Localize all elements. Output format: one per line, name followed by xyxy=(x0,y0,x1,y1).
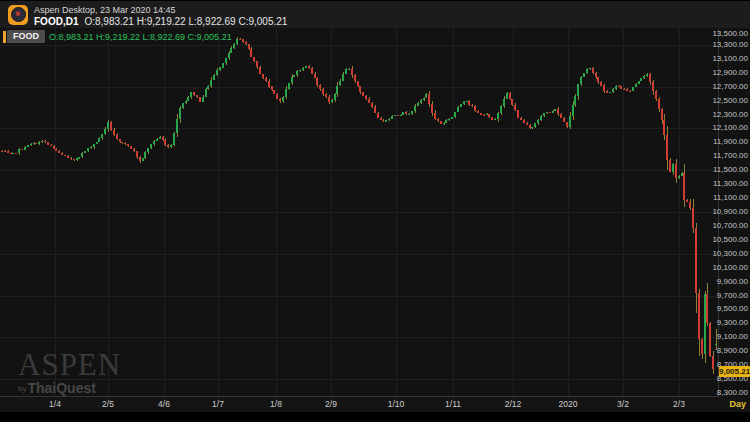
candle-body xyxy=(471,105,473,107)
candle-body xyxy=(638,81,640,84)
candle-body xyxy=(661,109,663,120)
candle-body xyxy=(142,158,144,161)
candle-body xyxy=(474,106,476,111)
candle-body xyxy=(686,200,688,201)
candle-body xyxy=(113,130,115,135)
candle-body xyxy=(210,80,212,86)
candle-body xyxy=(250,49,252,57)
candle-body xyxy=(394,115,396,116)
candle-body xyxy=(104,129,106,134)
candle-body xyxy=(448,119,450,120)
candle-body xyxy=(33,143,35,144)
candle-body xyxy=(466,101,468,102)
candle-body xyxy=(531,127,533,128)
price-tick-label: 12,900.00 xyxy=(712,68,748,77)
candle-body xyxy=(1,151,3,152)
candle-body xyxy=(635,84,637,87)
candle-body xyxy=(193,92,195,95)
header-ohlc-values: O:8,983.21 H:9,219.22 L:8,922.69 C:9,005… xyxy=(84,16,287,27)
candle-body xyxy=(98,138,100,142)
candle-body xyxy=(365,96,367,99)
candle-body xyxy=(480,113,482,115)
candle-body xyxy=(672,164,674,172)
price-tick-label: 12,100.00 xyxy=(712,123,748,132)
date-tick-label: 2/9 xyxy=(325,399,337,409)
date-tick-label: 3/2 xyxy=(617,399,629,409)
candle-body xyxy=(423,98,425,100)
price-tick-label: 12,500.00 xyxy=(712,96,748,105)
candle-body xyxy=(417,103,419,106)
candle-body xyxy=(537,120,539,123)
candle-body xyxy=(285,89,287,97)
price-tick-label: 12,300.00 xyxy=(712,110,748,119)
candle-body xyxy=(253,57,255,61)
candle-body xyxy=(124,143,126,144)
candle-body xyxy=(302,68,304,71)
candle-body xyxy=(663,120,665,134)
candle-body xyxy=(116,135,118,139)
candle-body xyxy=(640,78,642,81)
candle-body xyxy=(589,68,591,69)
candle-body xyxy=(299,70,301,71)
candle-body xyxy=(279,99,281,102)
candle-body xyxy=(41,141,43,142)
price-tick-label: 13,300.00 xyxy=(712,40,748,49)
candle-body xyxy=(265,78,267,81)
candle-body xyxy=(328,97,330,103)
candle-body xyxy=(460,104,462,107)
candle-body xyxy=(176,119,178,133)
candle-body xyxy=(230,48,232,53)
candle-body xyxy=(30,144,32,145)
candle-body xyxy=(359,86,361,92)
candle-body xyxy=(706,294,708,323)
price-tick-label: 10,300.00 xyxy=(712,249,748,258)
candle-body xyxy=(322,89,324,94)
candle-body xyxy=(282,97,284,101)
price-tick-label: 9,100.00 xyxy=(717,332,748,341)
candle-body xyxy=(35,143,37,144)
candle-body xyxy=(543,113,545,116)
candle-body xyxy=(643,76,645,79)
candle-body xyxy=(463,101,465,104)
candle-body xyxy=(477,111,479,113)
candle-body xyxy=(334,94,336,100)
price-tick-label: 10,500.00 xyxy=(712,235,748,244)
candle-body xyxy=(520,118,522,120)
candle-body xyxy=(245,42,247,45)
date-tick-label: 1/11 xyxy=(445,399,461,409)
series-color-bar xyxy=(3,31,6,43)
date-tick-label: 2/5 xyxy=(102,399,114,409)
date-tick-label: 1/7 xyxy=(212,399,224,409)
candle-body xyxy=(53,146,55,149)
candle-body xyxy=(709,323,711,355)
candle-body xyxy=(268,81,270,86)
candle-body xyxy=(434,113,436,119)
series-chip[interactable]: FOOD xyxy=(7,30,45,43)
candle-body xyxy=(695,228,697,294)
candle-body xyxy=(127,144,129,146)
candle-body xyxy=(692,208,694,228)
price-axis[interactable]: 8,300.008,500.008,700.008,900.009,100.00… xyxy=(720,28,750,397)
price-tick-label: 8,300.00 xyxy=(717,388,748,397)
candle-body xyxy=(259,67,261,74)
candle-body xyxy=(577,84,579,96)
date-axis[interactable]: Day 1/42/54/61/71/82/91/101/112/1220203/… xyxy=(0,397,750,412)
candle-body xyxy=(199,97,201,102)
candle-body xyxy=(615,86,617,89)
candle-body xyxy=(153,141,155,144)
candle-body xyxy=(451,117,453,119)
candle-body xyxy=(156,139,158,141)
candle-body xyxy=(256,61,258,68)
candle-body xyxy=(345,69,347,74)
candle-body xyxy=(646,74,648,76)
date-tick-label: 1/10 xyxy=(388,399,405,409)
timeframe-button[interactable]: Day xyxy=(729,399,746,409)
candle-body xyxy=(402,112,404,114)
candle-body xyxy=(121,142,123,143)
date-tick-label: 1/8 xyxy=(270,399,282,409)
candlestick-plot[interactable] xyxy=(0,28,750,397)
price-chart[interactable]: FOOD O:8,983.21 H:9,219.22 L:8,922.69 C:… xyxy=(0,28,750,397)
candle-body xyxy=(216,70,218,75)
candle-body xyxy=(712,356,714,370)
candle-body xyxy=(271,86,273,90)
